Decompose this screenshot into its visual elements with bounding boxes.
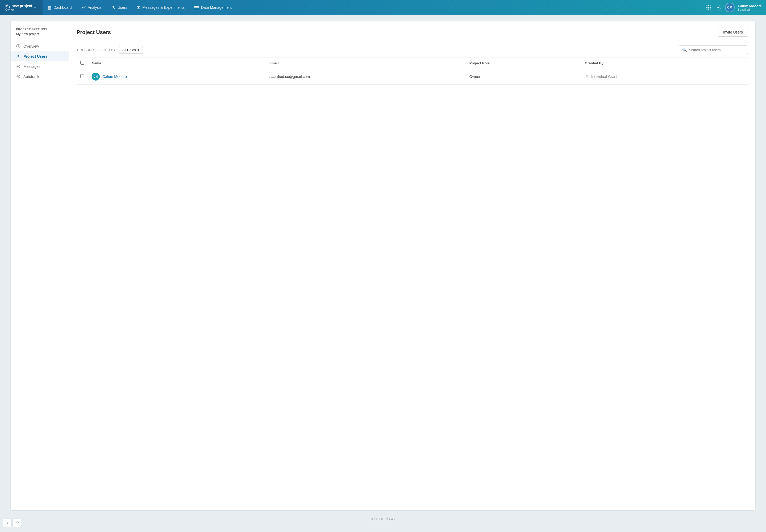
search-input[interactable] bbox=[689, 48, 744, 52]
sidebar-item-messages[interactable]: Messages bbox=[11, 61, 69, 72]
row-checkbox[interactable] bbox=[80, 74, 84, 78]
person-icon bbox=[585, 74, 589, 79]
sidebar-item-overview[interactable]: Overview bbox=[11, 41, 69, 51]
footer-logo: mixpanel bbox=[11, 517, 755, 521]
nav-right: CM Calum Mooore Saasified bbox=[700, 3, 766, 12]
grid-icon-button[interactable] bbox=[704, 3, 713, 12]
svg-point-8 bbox=[708, 5, 709, 6]
footer: mixpanel bbox=[11, 510, 755, 526]
analysis-icon bbox=[81, 5, 86, 10]
sidebar-overview-label: Overview bbox=[23, 44, 39, 48]
nav-items: ▦ Dashboard Analysis Users bbox=[43, 0, 700, 15]
project-users-icon bbox=[16, 54, 21, 59]
sidebar-project-name: My new project bbox=[11, 32, 69, 41]
back-button[interactable]: ‹ bbox=[3, 519, 11, 527]
sidebar: PROJECT SETTINGS My new project Overview bbox=[11, 21, 69, 510]
content-header: Project Users Invite Users bbox=[77, 28, 748, 37]
filter-value: All Roles bbox=[122, 48, 136, 52]
svg-rect-6 bbox=[194, 9, 199, 9]
svg-point-24 bbox=[19, 66, 19, 67]
nav-dashboard-label: Dashboard bbox=[53, 5, 72, 10]
nav-analysis[interactable]: Analysis bbox=[77, 0, 106, 15]
overview-icon bbox=[16, 44, 21, 49]
sidebar-item-project-users[interactable]: Project Users bbox=[11, 51, 69, 61]
user-cell: CM Calum Mooore bbox=[92, 73, 262, 81]
svg-rect-4 bbox=[194, 6, 199, 7]
invite-users-button[interactable]: Invite Users bbox=[718, 28, 748, 37]
row-granted-cell: Individual Grant bbox=[581, 69, 748, 85]
project-name: My new project bbox=[5, 4, 32, 8]
link-icon bbox=[15, 521, 19, 525]
dot-2 bbox=[391, 518, 393, 520]
svg-point-14 bbox=[708, 9, 709, 10]
svg-point-23 bbox=[18, 66, 19, 67]
row-name-cell: CM Calum Mooore bbox=[88, 69, 266, 85]
dot-3 bbox=[394, 518, 395, 520]
page-body: PROJECT SETTINGS My new project Overview bbox=[0, 15, 766, 532]
svg-point-10 bbox=[706, 7, 707, 8]
content-area: Project Users Invite Users 1 RESULTS FIL… bbox=[69, 21, 755, 510]
results-count: 1 RESULTS bbox=[77, 48, 95, 52]
svg-point-13 bbox=[706, 9, 707, 10]
project-selector[interactable]: My new project Owner ▾ bbox=[0, 0, 43, 15]
autotrack-icon bbox=[16, 74, 21, 79]
main-card: PROJECT SETTINGS My new project Overview bbox=[11, 21, 755, 510]
nav-users[interactable]: Users bbox=[106, 0, 132, 15]
svg-point-19 bbox=[18, 45, 19, 46]
filter-by-label: FILTER BY bbox=[98, 48, 116, 52]
filter-chevron-icon: ▾ bbox=[138, 48, 139, 52]
svg-point-12 bbox=[710, 7, 711, 8]
row-checkbox-cell bbox=[77, 69, 88, 85]
nav-messages[interactable]: ✉ Messages & Experiments bbox=[132, 0, 189, 15]
sidebar-section-title: PROJECT SETTINGS bbox=[11, 28, 69, 32]
users-icon bbox=[111, 5, 115, 10]
navbar: My new project Owner ▾ ▦ Dashboard Analy… bbox=[0, 0, 766, 15]
svg-point-2 bbox=[85, 6, 85, 7]
link-button[interactable] bbox=[13, 519, 21, 527]
messages-icon: ✉ bbox=[137, 5, 140, 10]
granted-by: Individual Grant bbox=[585, 74, 744, 79]
search-icon: 🔍 bbox=[682, 48, 687, 52]
settings-icon-button[interactable] bbox=[714, 3, 724, 12]
name-column-header: Name ↕ bbox=[88, 57, 266, 69]
svg-point-20 bbox=[18, 55, 19, 56]
project-role: Owner bbox=[5, 8, 32, 11]
svg-point-22 bbox=[17, 66, 18, 67]
role-column-header: Project Role bbox=[466, 57, 581, 69]
user-info: Calum Mooore Saasified bbox=[736, 4, 762, 11]
svg-point-3 bbox=[113, 6, 114, 8]
messages-sidebar-icon bbox=[16, 64, 21, 69]
filter-row: 1 RESULTS FILTER BY All Roles ▾ 🔍 bbox=[77, 42, 748, 57]
select-all-checkbox[interactable] bbox=[80, 61, 84, 65]
svg-point-16 bbox=[718, 7, 720, 8]
email-column-header: Email bbox=[266, 57, 466, 69]
avatar-initials: CM bbox=[727, 6, 732, 9]
select-all-column bbox=[77, 57, 88, 69]
avatar[interactable]: CM bbox=[725, 3, 735, 12]
nav-analysis-label: Analysis bbox=[88, 5, 102, 10]
role-filter-dropdown[interactable]: All Roles ▾ bbox=[119, 46, 143, 54]
dot-1 bbox=[389, 518, 390, 520]
sort-icon: ↕ bbox=[102, 62, 103, 65]
sidebar-item-autotrack[interactable]: Autotrack bbox=[11, 72, 69, 82]
nav-data-label: Data Management bbox=[201, 5, 232, 10]
svg-point-11 bbox=[708, 7, 709, 8]
svg-point-9 bbox=[710, 5, 711, 6]
search-box[interactable]: 🔍 bbox=[679, 45, 748, 54]
user-name: Calum Mooore bbox=[738, 4, 762, 8]
users-table: Name ↕ Email Project Role Granted By bbox=[77, 57, 748, 85]
nav-users-label: Users bbox=[118, 5, 127, 10]
user-name[interactable]: Calum Mooore bbox=[102, 74, 127, 79]
user-company: Saasified bbox=[738, 8, 762, 11]
row-email-cell: saasified.co@gmail.com bbox=[266, 69, 466, 85]
nav-dashboard[interactable]: ▦ Dashboard bbox=[43, 0, 77, 15]
granted-by-text: Individual Grant bbox=[591, 74, 617, 79]
table-header-row: Name ↕ Email Project Role Granted By bbox=[77, 57, 748, 69]
back-icon: ‹ bbox=[7, 521, 8, 525]
bottom-left-actions: ‹ bbox=[3, 519, 21, 527]
footer-logo-text: mixpanel bbox=[371, 517, 388, 521]
granted-column-header: Granted By bbox=[581, 57, 748, 69]
nav-data[interactable]: Data Management bbox=[189, 0, 236, 15]
dashboard-icon: ▦ bbox=[47, 5, 51, 10]
row-role-cell: Owner bbox=[466, 69, 581, 85]
